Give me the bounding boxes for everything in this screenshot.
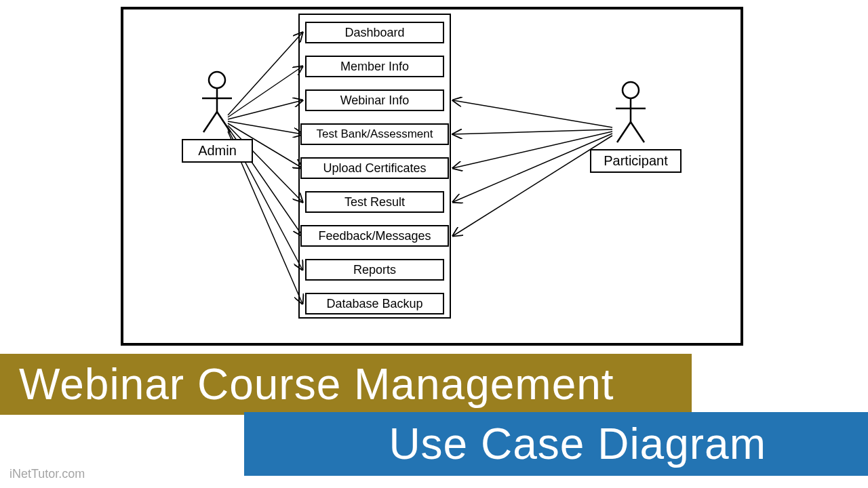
title-banner-1: Webinar Course Management	[0, 354, 692, 415]
usecase-test-bank: Test Bank/Assessment	[300, 123, 449, 145]
participant-actor-icon	[610, 78, 651, 148]
admin-actor-icon	[197, 68, 237, 138]
svg-point-14	[209, 72, 225, 88]
usecase-webinar-info: Webinar Info	[305, 89, 444, 111]
svg-line-23	[631, 122, 644, 142]
usecase-test-result: Test Result	[305, 191, 444, 213]
svg-line-22	[617, 122, 631, 142]
diagram-stage: Admin Participant Dashboard Member Info …	[0, 0, 868, 488]
svg-line-17	[203, 112, 217, 132]
watermark-text: iNetTutor.com	[9, 467, 85, 481]
usecase-upload-certificates: Upload Certificates	[300, 157, 449, 179]
usecase-feedback-messages: Feedback/Messages	[300, 225, 449, 247]
svg-line-18	[217, 112, 231, 132]
svg-point-19	[623, 82, 639, 98]
title-banner-2: Use Case Diagram	[244, 412, 868, 476]
usecase-member-info: Member Info	[305, 56, 444, 77]
participant-actor-label: Participant	[590, 149, 682, 173]
usecase-database-backup: Database Backup	[305, 293, 444, 314]
admin-actor-label: Admin	[182, 139, 253, 163]
usecase-dashboard: Dashboard	[305, 22, 444, 43]
usecase-reports: Reports	[305, 259, 444, 281]
